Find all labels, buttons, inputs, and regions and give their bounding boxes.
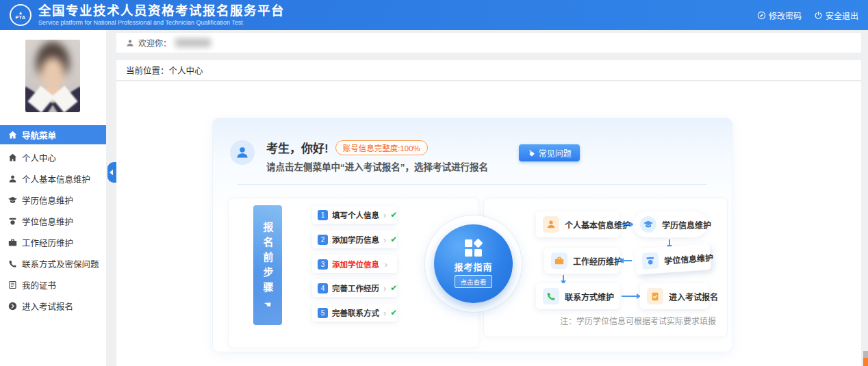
avatar xyxy=(230,140,255,165)
sidebar-menu: 导航菜单 个人中心 个人基本信息维护 学历信息维护 学位信息维护 工作经历维护 xyxy=(0,125,106,317)
flow-node-basic-info[interactable]: 个人基本信息维护 xyxy=(536,211,620,237)
sidebar-item-nav-menu[interactable]: 导航菜单 xyxy=(0,125,106,144)
medal-icon xyxy=(641,252,659,270)
step-row-1[interactable]: 1 填写个人信息 › ✔ xyxy=(312,206,397,224)
flow-note: 注：学历学位信息可根据考试实际要求填报 xyxy=(560,315,716,326)
step-number: 3 xyxy=(318,259,328,270)
step-row-4[interactable]: 4 完善工作经历 › ✔ xyxy=(312,279,397,297)
change-password-label: 修改密码 xyxy=(769,10,802,21)
app-header: ▲ PTA 全国专业技术人员资格考试报名服务平台 Service platfor… xyxy=(0,0,868,30)
floating-widget-edge[interactable] xyxy=(863,351,868,366)
page: ▲ PTA 全国专业技术人员资格考试报名服务平台 Service platfor… xyxy=(0,0,868,366)
header-actions: 修改密码 安全退出 xyxy=(757,10,858,21)
flow-node-work-history[interactable]: 工作经历维护 xyxy=(544,248,620,274)
check-icon: ✔ xyxy=(390,235,397,244)
user-icon xyxy=(543,216,559,233)
step-row-3[interactable]: 3 添加学位信息 › xyxy=(312,255,397,273)
user-icon xyxy=(235,146,249,159)
arrow-right-icon xyxy=(622,296,637,297)
hand-pointer-icon: ☚ xyxy=(264,300,272,309)
sidebar-item-my-certificates[interactable]: 我的证书 xyxy=(0,274,106,296)
chevron-right-icon: › xyxy=(385,260,387,269)
phone-icon xyxy=(8,259,17,268)
sidebar-item-personal-center[interactable]: 个人中心 xyxy=(0,147,106,168)
certificate-icon xyxy=(8,280,17,289)
phone-icon xyxy=(543,288,559,304)
user-icon xyxy=(126,39,134,47)
breadcrumb-current: 当前位置：个人中心 xyxy=(126,64,203,77)
step-number: 2 xyxy=(318,235,328,245)
faq-button-label: 常见问题 xyxy=(539,147,572,159)
flow-node-education-info[interactable]: 学历信息维护 xyxy=(633,211,707,237)
flow-node-label: 个人基本信息维护 xyxy=(565,219,630,231)
steps-banner-title: 报名前步骤 xyxy=(261,222,275,297)
step-label: 添加学历信息 xyxy=(332,234,379,245)
guide-view-button[interactable]: 点击查看 xyxy=(455,275,492,288)
sidebar-item-label: 导航菜单 xyxy=(22,129,56,142)
header-titles: 全国专业技术人员资格考试报名服务平台 Service platform for … xyxy=(38,4,285,26)
sidebar-item-enter-registration[interactable]: 进入考试报名 xyxy=(0,296,106,317)
sidebar-item-label: 我的证书 xyxy=(22,278,56,291)
candidate-photo xyxy=(25,40,80,112)
exam-guide-button[interactable]: 报考指南 点击查看 xyxy=(434,224,513,303)
logout-label: 安全退出 xyxy=(826,10,858,21)
welcome-bar: 欢迎你： xyxy=(116,33,861,53)
home-icon xyxy=(8,131,17,140)
step-label: 添加学位信息 xyxy=(332,259,379,270)
briefcase-icon xyxy=(551,252,567,269)
sidebar-item-work-history[interactable]: 工作经历维护 xyxy=(0,232,106,253)
sidebar-item-label: 联系方式及密保问题 xyxy=(22,257,99,270)
medal-icon xyxy=(8,217,17,226)
step-label: 填写个人信息 xyxy=(332,209,379,220)
edit-circle-icon xyxy=(757,11,766,20)
graduation-cap-icon xyxy=(8,196,17,205)
instruction-text: 请点击左侧菜单中“进入考试报名”，选择考试进行报名 xyxy=(266,159,488,173)
change-password-button[interactable]: 修改密码 xyxy=(757,10,802,21)
enter-arrow-icon xyxy=(8,302,17,311)
power-icon xyxy=(814,11,823,20)
platform-title: 全国专业技术人员资格考试报名服务平台 xyxy=(38,4,285,18)
clipboard-check-icon xyxy=(647,288,663,304)
personal-center-card: 考生，你好! 账号信息完整度:100% 请点击左侧菜单中“进入考试报名”，选择考… xyxy=(212,118,732,352)
flow-node-label: 工作经历维护 xyxy=(573,255,622,267)
flow-node-degree-info[interactable]: 学位信息维护 xyxy=(635,244,711,275)
breadcrumb: 当前位置：个人中心 xyxy=(116,60,861,81)
step-row-2[interactable]: 2 添加学历信息 › ✔ xyxy=(312,231,397,248)
arrow-down-icon xyxy=(669,239,670,246)
sidebar-item-degree-info[interactable]: 学位信息维护 xyxy=(0,211,106,232)
chevron-right-icon: › xyxy=(383,309,386,317)
grid-diamond-icon xyxy=(465,239,482,257)
sidebar-collapse-handle[interactable] xyxy=(107,162,116,183)
logo-emblem-icon: ▲ xyxy=(18,10,23,15)
platform-logo-icon: ▲ PTA xyxy=(10,4,31,26)
welcome-label: 欢迎你： xyxy=(138,37,171,49)
sidebar-item-label: 进入考试报名 xyxy=(22,300,73,313)
flow-node-label: 联系方式维护 xyxy=(565,291,614,302)
sidebar-item-basic-info[interactable]: 个人基本信息维护 xyxy=(0,168,106,189)
chevron-right-icon: › xyxy=(383,284,386,293)
flow-node-contact-info[interactable]: 联系方式维护 xyxy=(536,283,620,309)
flow-node-label: 进入考试报名 xyxy=(669,291,718,302)
greeting-text: 考生，你好! xyxy=(266,139,329,156)
faq-button[interactable]: ☚ 常见问题 xyxy=(519,144,580,161)
check-icon: ✔ xyxy=(390,284,397,292)
platform-subtitle: Service platform for National Profession… xyxy=(38,19,285,26)
sidebar-item-education-info[interactable]: 学历信息维护 xyxy=(0,189,106,211)
sidebar-item-label: 个人基本信息维护 xyxy=(22,172,90,185)
chevron-right-icon: › xyxy=(383,235,386,244)
step-label: 完善工作经历 xyxy=(332,283,379,293)
sidebar-item-label: 学位信息维护 xyxy=(22,215,73,228)
sidebar-item-contact-security[interactable]: 联系方式及密保问题 xyxy=(0,253,106,274)
sidebar-item-label: 工作经历维护 xyxy=(22,236,73,249)
briefcase-icon xyxy=(8,238,17,247)
user-icon xyxy=(8,174,17,183)
logout-button[interactable]: 安全退出 xyxy=(814,10,858,21)
arrow-down-icon xyxy=(563,275,564,281)
guide-title: 报考指南 xyxy=(454,260,492,273)
flow-node-enter-registration[interactable]: 进入考试报名 xyxy=(640,283,709,309)
main-content: 考生，你好! 账号信息完整度:100% 请点击左侧菜单中“进入考试报名”，选择考… xyxy=(116,81,861,366)
divider xyxy=(238,184,707,185)
completeness-badge: 账号信息完整度:100% xyxy=(335,140,428,155)
hand-pointer-icon: ☚ xyxy=(525,147,537,159)
step-row-5[interactable]: 5 完善联系方式 › ✔ xyxy=(312,304,397,322)
